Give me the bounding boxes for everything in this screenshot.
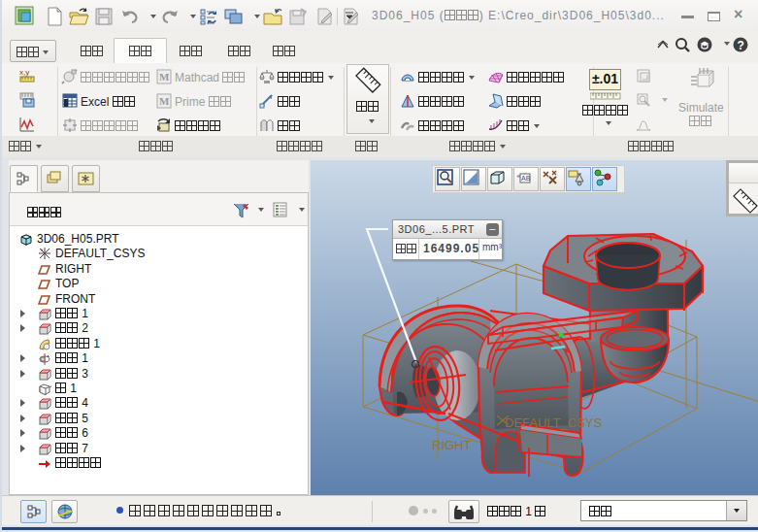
svg-text:M: M — [159, 71, 170, 83]
svg-text:RIGHT: RIGHT — [432, 438, 472, 452]
svg-text:DEFAULT_CSYS: DEFAULT_CSYS — [505, 416, 603, 430]
svg-text:AB: AB — [521, 175, 531, 182]
svg-text:x,y: x,y — [19, 68, 29, 77]
svg-text:M: M — [159, 95, 170, 107]
svg-text:?: ? — [738, 39, 744, 52]
